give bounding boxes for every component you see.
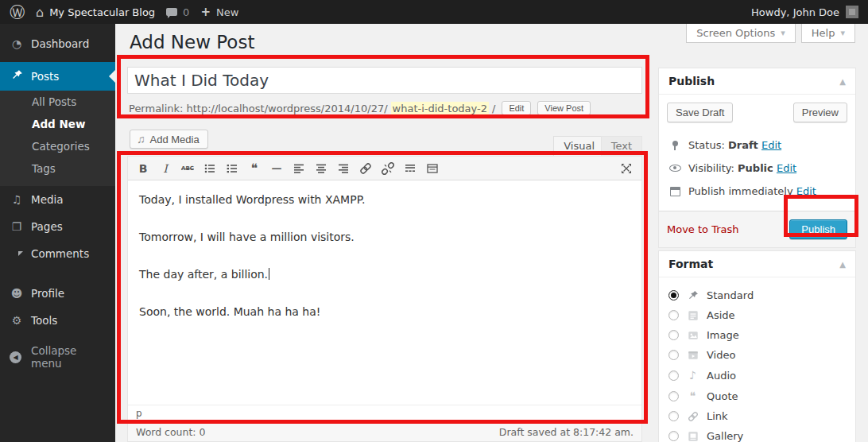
site-menu[interactable]: ⌂ My Spectacular Blog — [36, 5, 155, 20]
publish-box-header[interactable]: Publish ▲ — [659, 68, 855, 95]
toggle-arrow-icon[interactable]: ▲ — [839, 260, 846, 269]
sidebar-item-comments[interactable]: Comments — [0, 240, 115, 267]
format-label: Gallery — [707, 430, 743, 442]
bold-button[interactable]: B — [133, 159, 153, 178]
collapse-menu-button[interactable]: ◀ Collapse menu — [0, 337, 115, 377]
save-draft-button[interactable]: Save Draft — [667, 103, 733, 122]
fullscreen-button[interactable] — [616, 159, 637, 178]
sidebar-item-dashboard[interactable]: ◔ Dashboard — [0, 30, 115, 57]
view-post-button[interactable]: View Post — [537, 101, 591, 115]
format-option-aside[interactable]: Aside — [668, 305, 846, 325]
paragraph: The day after, a billion. — [139, 266, 630, 282]
help-label: Help — [812, 27, 835, 39]
aside-icon — [686, 310, 699, 321]
post-status-row: Status: Draft Edit — [667, 134, 847, 157]
italic-button[interactable]: I — [155, 159, 176, 178]
align-left-button[interactable] — [289, 159, 309, 178]
editor-mode-tabs: Visual Text — [127, 134, 642, 156]
visibility-label: Visibility: — [688, 162, 734, 174]
bullet-list-button[interactable] — [200, 159, 220, 178]
help-button[interactable]: Help ▾ — [801, 24, 855, 43]
sidebar-label-media: Media — [31, 193, 64, 206]
chevron-down-icon: ▾ — [781, 28, 785, 38]
radio-link[interactable] — [668, 411, 679, 421]
unlink-button[interactable] — [378, 159, 398, 178]
publish-button[interactable]: Publish — [789, 219, 847, 239]
radio-quote[interactable] — [668, 391, 679, 401]
radio-video[interactable] — [668, 350, 679, 360]
edit-schedule-link[interactable]: Edit — [796, 185, 816, 197]
edit-visibility-link[interactable]: Edit — [777, 162, 796, 174]
editor-content[interactable]: Today, I installed Wordpress with XAMPP.… — [128, 180, 641, 405]
edit-status-link[interactable]: Edit — [761, 139, 781, 151]
strikethrough-button[interactable]: ABC — [177, 159, 198, 178]
radio-gallery[interactable] — [668, 431, 679, 441]
format-option-quote[interactable]: ❝ Quote — [668, 386, 846, 406]
format-option-image[interactable]: Image — [668, 325, 846, 345]
toolbar-toggle-button[interactable] — [422, 159, 443, 178]
paragraph: Soon, the world. Muah ha ha ha! — [139, 304, 630, 320]
paragraph: Tomorrow, I will have a million visitors… — [139, 229, 630, 245]
pushpin-icon — [10, 69, 24, 83]
post-title-input[interactable] — [127, 67, 642, 94]
edit-permalink-button[interactable]: Edit — [502, 101, 531, 115]
format-option-video[interactable]: Video — [668, 345, 846, 365]
sidebar-item-profile[interactable]: ☻ Profile — [0, 280, 115, 307]
sidebar-item-all-posts[interactable]: All Posts — [0, 91, 115, 113]
sidebar-item-posts[interactable]: Posts — [0, 62, 115, 91]
paragraph: Today, I installed Wordpress with XAMPP. — [139, 192, 630, 207]
site-name: My Spectacular Blog — [49, 6, 155, 18]
sidebar-item-media[interactable]: ♫ Media — [0, 186, 115, 213]
screen-options-button[interactable]: Screen Options ▾ — [686, 24, 796, 43]
numbered-list-button[interactable] — [222, 159, 242, 178]
preview-button[interactable]: Preview — [793, 103, 847, 122]
text-cursor — [269, 268, 269, 280]
read-more-button[interactable] — [400, 159, 420, 178]
sidebar-item-add-new[interactable]: Add New — [0, 113, 115, 135]
image-icon — [686, 330, 699, 341]
wordpress-logo-icon[interactable]: Ⓦ — [10, 0, 25, 24]
sidebar-item-tools[interactable]: ⚙ Tools — [0, 307, 115, 334]
major-publishing-actions: Move to Trash Publish — [659, 211, 855, 247]
horizontal-rule-button[interactable]: — — [266, 159, 287, 178]
link-button[interactable] — [355, 159, 376, 178]
radio-aside[interactable] — [668, 310, 679, 320]
collapse-menu-label: Collapse menu — [31, 344, 109, 370]
status-pin-icon — [668, 141, 681, 150]
status-label: Status: — [688, 139, 725, 151]
sidebar-item-pages[interactable]: ❐ Pages — [0, 213, 115, 240]
toggle-arrow-icon[interactable]: ▲ — [839, 77, 846, 86]
format-option-gallery[interactable]: Gallery — [668, 426, 846, 442]
format-option-link[interactable]: Link — [668, 406, 846, 426]
comment-bubble-icon — [166, 8, 177, 16]
align-center-button[interactable] — [311, 159, 331, 178]
radio-image[interactable] — [668, 330, 679, 340]
radio-standard[interactable] — [668, 290, 679, 300]
format-box-header[interactable]: Format ▲ — [659, 251, 855, 277]
align-right-button[interactable] — [333, 159, 354, 178]
schedule-label: Publish immediately — [688, 185, 793, 197]
sidebar-label-comments: Comments — [31, 247, 89, 260]
format-label: Quote — [707, 390, 738, 402]
sidebar-label-dashboard: Dashboard — [31, 37, 89, 50]
blockquote-button[interactable]: ❝ — [244, 159, 265, 178]
tab-text[interactable]: Text — [601, 136, 642, 156]
dashboard-icon: ◔ — [10, 37, 24, 50]
visual-editor: B I ABC ❝ — — [127, 156, 642, 422]
publish-box-title: Publish — [668, 75, 715, 87]
video-icon — [686, 350, 699, 361]
radio-audio[interactable] — [668, 370, 679, 381]
screen-options-label: Screen Options — [696, 27, 775, 39]
tab-visual[interactable]: Visual — [553, 136, 605, 156]
sidebar-item-categories[interactable]: Categories — [0, 135, 115, 157]
format-option-standard[interactable]: Standard — [668, 285, 846, 305]
tools-icon: ⚙ — [10, 314, 24, 327]
comments-shortcut[interactable]: 0 — [166, 6, 189, 18]
editor-element-path[interactable]: p — [128, 405, 641, 421]
page-title: Add New Post — [130, 32, 254, 52]
new-menu[interactable]: + New — [200, 5, 238, 19]
move-to-trash-link[interactable]: Move to Trash — [667, 223, 739, 235]
account-menu[interactable]: Howdy, John Doe — [751, 6, 858, 18]
format-option-audio[interactable]: ♪ Audio — [668, 365, 846, 386]
sidebar-item-tags[interactable]: Tags — [0, 157, 115, 180]
